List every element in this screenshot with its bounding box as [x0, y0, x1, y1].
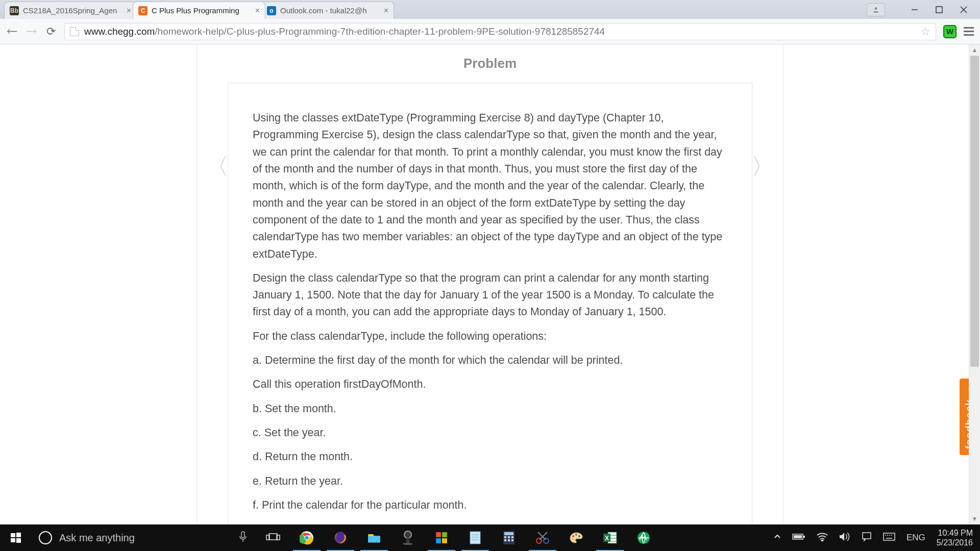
language-indicator[interactable]: ENG — [906, 533, 925, 543]
store-icon[interactable] — [425, 524, 458, 551]
svg-rect-34 — [508, 539, 510, 541]
svg-point-41 — [575, 534, 577, 536]
taskbar-app-icon[interactable] — [627, 524, 660, 551]
svg-rect-53 — [794, 535, 802, 538]
back-button[interactable]: 🡐 — [6, 25, 18, 38]
volume-icon[interactable] — [839, 532, 850, 544]
start-button[interactable] — [0, 524, 32, 551]
reload-button[interactable]: ⟳ — [45, 25, 57, 38]
file-explorer-icon[interactable] — [357, 524, 391, 551]
svg-rect-6 — [16, 533, 21, 537]
paint-icon[interactable] — [559, 524, 593, 551]
page-info-icon[interactable] — [70, 27, 79, 36]
close-tab-icon[interactable]: × — [384, 6, 388, 15]
svg-point-43 — [572, 538, 574, 540]
svg-rect-29 — [504, 532, 513, 535]
keyboard-icon[interactable] — [883, 533, 895, 543]
snipping-tool-icon[interactable] — [526, 524, 559, 551]
svg-rect-20 — [436, 532, 441, 537]
extension-icon[interactable]: W — [943, 25, 957, 38]
svg-point-42 — [578, 535, 580, 537]
svg-point-0 — [875, 7, 877, 10]
problem-text: Using the classes extDateType (Programmi… — [228, 83, 752, 524]
browser-tab[interactable]: C C Plus Plus Programming × — [133, 2, 265, 19]
battery-icon[interactable] — [792, 533, 805, 543]
svg-rect-35 — [511, 539, 513, 541]
svg-rect-52 — [803, 536, 805, 538]
problem-paragraph: For the class calendarType, include the … — [253, 328, 727, 345]
excel-icon[interactable]: X — [593, 524, 627, 551]
clock-date: 5/23/2016 — [937, 538, 973, 547]
url-host: www.chegg.com — [84, 26, 155, 37]
chrome-menu-icon[interactable] — [964, 27, 974, 36]
window-close-icon[interactable] — [959, 5, 969, 15]
taskbar-app-icon[interactable] — [391, 524, 425, 551]
svg-rect-5 — [11, 533, 15, 537]
svg-rect-21 — [442, 532, 447, 537]
browser-tab[interactable]: o Outlook.com - tukal22@h × — [261, 2, 394, 19]
svg-rect-10 — [269, 534, 277, 540]
content-column: 〈 〉 Problem Using the classes extDateTyp… — [197, 44, 783, 524]
problem-paragraph: c. Set the year. — [253, 424, 727, 441]
problem-paragraph: a. Determine the first day of the month … — [253, 352, 727, 369]
favicon: C — [138, 6, 148, 15]
problem-paragraph: f. Print the calendar for the particular… — [253, 497, 727, 514]
vertical-scrollbar[interactable]: ▲ ▼ — [969, 44, 980, 524]
next-problem-arrow[interactable]: 〉 — [751, 152, 774, 182]
svg-text:X: X — [605, 535, 609, 542]
window-minimize-icon[interactable] — [910, 5, 920, 15]
favicon: Bb — [10, 6, 19, 15]
browser-tabstrip: Bb CS218A_2016Spring_Agen × C C Plus Plu… — [0, 0, 980, 19]
problem-heading: Problem — [197, 56, 783, 71]
tab-title: C Plus Plus Programming — [152, 6, 251, 15]
calculator-icon[interactable] — [492, 524, 526, 551]
svg-rect-33 — [504, 539, 506, 541]
tray-overflow-icon[interactable] — [774, 533, 781, 543]
scroll-up-icon[interactable]: ▲ — [969, 44, 980, 56]
svg-rect-24 — [470, 532, 480, 544]
url-path: /homework-help/C-plus-plus-Programming-7… — [155, 26, 605, 37]
close-tab-icon[interactable]: × — [255, 6, 260, 15]
windows-taskbar: Ask me anything — [0, 524, 980, 551]
svg-rect-56 — [884, 533, 895, 540]
cortana-search[interactable]: Ask me anything — [32, 524, 256, 551]
prev-problem-arrow[interactable]: 〈 — [206, 152, 229, 182]
chrome-icon[interactable] — [290, 524, 324, 551]
svg-rect-22 — [436, 538, 441, 543]
forward-button[interactable]: 🡒 — [26, 25, 38, 38]
taskbar-apps: X — [256, 524, 660, 551]
notepad-icon[interactable] — [458, 524, 492, 551]
chrome-user-icon[interactable] — [867, 3, 885, 16]
action-center-icon[interactable] — [862, 532, 872, 544]
problem-paragraph: Using the classes extDateType (Programmi… — [253, 110, 727, 263]
svg-rect-23 — [442, 538, 447, 543]
svg-rect-8 — [16, 538, 21, 543]
microphone-icon[interactable] — [239, 531, 247, 545]
window-maximize-icon[interactable] — [934, 5, 944, 15]
page-viewport: 〈 〉 Problem Using the classes extDateTyp… — [0, 44, 980, 524]
svg-rect-2 — [936, 7, 942, 13]
taskbar-clock[interactable]: 10:49 PM 5/23/2016 — [937, 528, 973, 547]
favicon: o — [267, 6, 276, 15]
problem-paragraph: g. Add the appropriate constructors to i… — [253, 521, 727, 524]
svg-point-19 — [403, 543, 413, 545]
tab-title: Outlook.com - tukal22@h — [280, 6, 380, 15]
task-view-icon[interactable] — [256, 524, 290, 551]
close-tab-icon[interactable]: × — [127, 6, 131, 15]
bookmark-star-icon[interactable]: ☆ — [920, 25, 930, 38]
tab-title: CS218A_2016Spring_Agen — [23, 6, 122, 15]
svg-point-54 — [821, 540, 823, 541]
svg-point-40 — [572, 535, 574, 537]
scroll-down-icon[interactable]: ▼ — [969, 513, 980, 524]
address-bar[interactable]: www.chegg.com/homework-help/C-plus-plus-… — [64, 23, 936, 40]
browser-toolbar: 🡐 🡒 ⟳ www.chegg.com/homework-help/C-plus… — [0, 19, 980, 44]
browser-tab[interactable]: Bb CS218A_2016Spring_Agen × — [4, 2, 137, 19]
problem-paragraph: Call this operation firstDayOfMonth. — [253, 376, 727, 393]
cortana-icon — [39, 531, 52, 544]
problem-paragraph: e. Return the year. — [253, 473, 727, 490]
svg-rect-9 — [241, 532, 244, 538]
wifi-icon[interactable] — [817, 532, 828, 544]
scrollbar-thumb[interactable] — [970, 56, 979, 367]
firefox-icon[interactable] — [324, 524, 357, 551]
svg-rect-7 — [11, 538, 15, 542]
